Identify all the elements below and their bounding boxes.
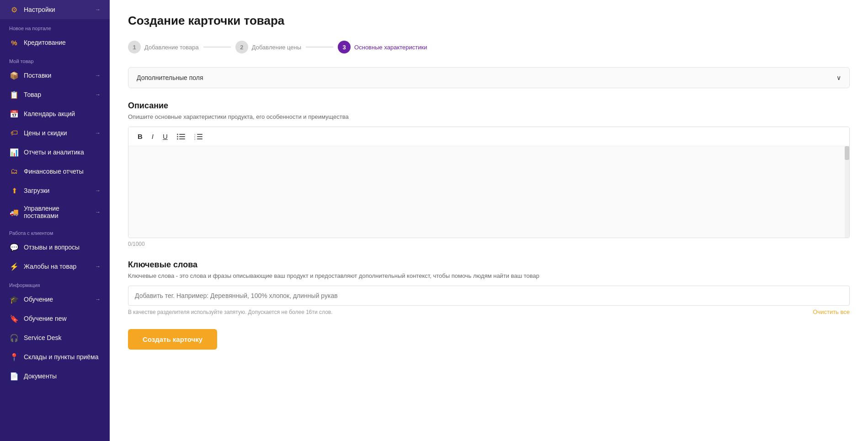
complaints-arrow-icon: → [95, 263, 101, 270]
sidebar-item-product[interactable]: 📋 Товар → [0, 85, 110, 104]
product-arrow-icon: → [95, 91, 101, 98]
step-1-label: Добавление товара [144, 44, 199, 51]
page-title: Создание карточки товара [128, 14, 850, 28]
keywords-subtitle: Ключевые слова - это слова и фразы описы… [128, 272, 850, 279]
svg-rect-8 [197, 138, 202, 139]
settings-arrow-icon: → [95, 6, 101, 13]
file-icon: 📄 [9, 371, 19, 381]
char-count: 0/1000 [128, 241, 850, 247]
italic-button[interactable]: I [148, 131, 157, 142]
create-card-button[interactable]: Создать карточку [128, 329, 217, 350]
svg-point-3 [177, 133, 178, 135]
sidebar-item-deliveries[interactable]: 📦 Поставки → [0, 66, 110, 85]
keywords-hint: В качестве разделителя используйте запят… [128, 309, 333, 315]
chart-icon: 📊 [9, 147, 19, 157]
sidebar-item-complaints[interactable]: ⚡ Жалобы на товар → [0, 257, 110, 276]
sidebar-item-warehouses[interactable]: 📍 Склады и пункты приёма [0, 347, 110, 367]
svg-rect-1 [179, 136, 185, 137]
step-2-circle: 2 [235, 41, 248, 53]
chevron-down-icon: ∨ [836, 74, 841, 81]
location-icon: 📍 [9, 352, 19, 362]
editor-toolbar: B I U [128, 127, 849, 146]
bold-button[interactable]: B [134, 131, 146, 142]
sidebar-item-lending[interactable]: % Кредитование [0, 33, 110, 52]
additional-fields-label: Дополнительные поля [137, 74, 203, 81]
step-line-1 [203, 47, 231, 48]
step-2-number: 2 [240, 44, 243, 51]
settings-icon: ⚙ [9, 5, 19, 15]
truck-icon: 🚚 [9, 207, 19, 217]
new-on-portal-section-title: Новое на портале [0, 19, 110, 33]
sidebar-item-uploads[interactable]: ⬆ Загрузки → [0, 181, 110, 200]
keywords-hint-row: В качестве разделителя используйте запят… [128, 308, 850, 315]
svg-point-4 [177, 136, 178, 137]
sidebar-prices-label: Цены и скидки [24, 129, 67, 137]
sidebar-item-reviews-questions[interactable]: 💬 Отзывы и вопросы [0, 238, 110, 257]
deliveries-arrow-icon: → [95, 72, 101, 79]
unordered-list-button[interactable] [173, 132, 189, 142]
sidebar-item-settings[interactable]: ⚙ Настройки → [0, 0, 110, 19]
my-goods-section-title: Мой товар [0, 52, 110, 66]
clear-all-button[interactable]: Очистить все [813, 308, 850, 315]
sidebar-item-training[interactable]: 🎓 Обучение → [0, 290, 110, 309]
sidebar-lending-label: Кредитование [24, 39, 66, 46]
sidebar-reviews-label: Отзывы и вопросы [24, 244, 80, 251]
step-line-2 [306, 47, 333, 48]
package-icon: 📋 [9, 90, 19, 100]
keywords-title: Ключевые слова [128, 260, 850, 270]
training-arrow-icon: → [95, 296, 101, 303]
tag-icon: 🏷 [9, 128, 19, 138]
step-1-circle: 1 [128, 41, 141, 53]
sidebar-training-label: Обучение [24, 296, 53, 303]
editor-area[interactable] [128, 146, 849, 238]
alert-icon: ⚡ [9, 261, 19, 271]
description-subtitle: Опишите основные характеристики продукта… [128, 113, 850, 120]
sidebar-uploads-label: Загрузки [24, 187, 49, 194]
sidebar-item-reports-analytics[interactable]: 📊 Отчеты и аналитика [0, 143, 110, 162]
sidebar-item-supplier-management[interactable]: 🚚 Управление поставками → [0, 200, 110, 224]
step-2: 2 Добавление цены [235, 41, 301, 53]
report-icon: 🗂 [9, 166, 19, 176]
sidebar-item-training-new[interactable]: 🔖 Обучение new [0, 309, 110, 328]
sidebar-item-promo-calendar[interactable]: 📅 Календарь акций [0, 104, 110, 123]
sidebar-service-desk-label: Service Desk [24, 334, 61, 341]
sidebar-deliveries-label: Поставки [24, 72, 51, 79]
additional-fields-toggle[interactable]: Дополнительные поля ∨ [128, 68, 849, 88]
description-section: Описание Опишите основные характеристики… [128, 101, 850, 247]
sidebar-settings-label: Настройки [24, 6, 55, 13]
sidebar-item-documents[interactable]: 📄 Документы [0, 367, 110, 386]
ordered-list-button[interactable]: 1. 2. 3. [191, 132, 206, 142]
uploads-arrow-icon: → [95, 187, 101, 194]
sidebar-item-service-desk[interactable]: 🎧 Service Desk [0, 328, 110, 347]
svg-point-5 [177, 138, 178, 139]
description-title: Описание [128, 101, 850, 111]
keywords-input-wrapper [128, 286, 850, 306]
info-section-title: Информация [0, 276, 110, 290]
svg-rect-2 [179, 138, 185, 139]
additional-fields-section: Дополнительные поля ∨ [128, 67, 850, 88]
editor-scrollbar-thumb[interactable] [845, 146, 849, 160]
underline-button[interactable]: U [159, 131, 171, 142]
svg-rect-7 [197, 136, 202, 137]
sidebar-documents-label: Документы [24, 372, 57, 380]
step-3: 3 Основные характеристики [338, 41, 427, 53]
sidebar-item-prices-discounts[interactable]: 🏷 Цены и скидки → [0, 123, 110, 143]
sidebar-complaints-label: Жалобы на товар [24, 263, 76, 270]
box-icon: 📦 [9, 70, 19, 80]
description-editor: B I U [128, 127, 850, 238]
sidebar-supplier-label: Управление поставками [24, 205, 95, 219]
step-2-label: Добавление цены [252, 44, 301, 51]
svg-text:3.: 3. [194, 138, 196, 140]
sidebar-financial-label: Финансовые отчеты [24, 168, 84, 175]
calendar-icon: 📅 [9, 109, 19, 119]
svg-rect-0 [179, 134, 185, 135]
customer-section-title: Работа с клиентом [0, 224, 110, 238]
sidebar-warehouses-label: Склады и пункты приёма [24, 353, 99, 361]
sidebar-item-financial-reports[interactable]: 🗂 Финансовые отчеты [0, 162, 110, 181]
supplier-arrow-icon: → [95, 209, 101, 215]
chat-icon: 💬 [9, 242, 19, 252]
keywords-input[interactable] [135, 292, 843, 299]
step-1: 1 Добавление товара [128, 41, 199, 53]
main-content: Создание карточки товара 1 Добавление то… [110, 0, 868, 441]
svg-rect-6 [197, 134, 202, 135]
